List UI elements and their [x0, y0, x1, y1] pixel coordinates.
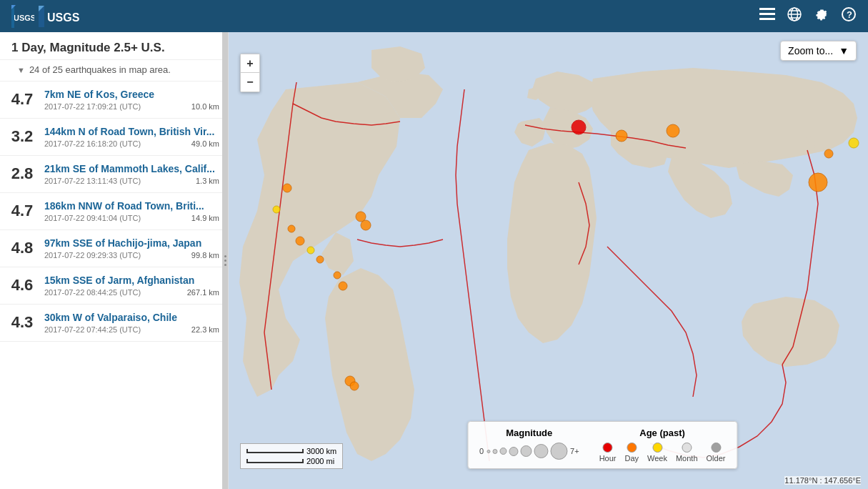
eq-info: 186km NNW of Road Town, Briti... 2017-07… [44, 200, 219, 222]
eq-magnitude: 2.8 [7, 164, 37, 183]
earthquake-item[interactable]: 4.7 186km NNW of Road Town, Briti... 201… [0, 193, 228, 230]
svg-point-30 [350, 382, 359, 390]
globe-icon[interactable] [787, 6, 802, 26]
svg-point-32 [273, 206, 280, 213]
age-label: Day [624, 454, 639, 463]
eq-location: 186km NNW of Road Town, Briti... [44, 200, 219, 212]
eq-location: 30km W of Valparaiso, Chile [44, 312, 219, 323]
earthquake-item[interactable]: 4.7 7km NE of Kos, Greece 2017-07-22 17:… [0, 82, 228, 119]
eq-info: 15km SSE of Jarm, Afghanistan 2017-07-22… [44, 275, 219, 297]
eq-magnitude: 3.2 [7, 127, 37, 146]
zoom-out-button[interactable]: − [241, 73, 259, 92]
svg-point-25 [296, 237, 304, 245]
zoom-dropdown-label: Zoom to... [788, 45, 833, 56]
magnitude-title: Magnitude [506, 428, 552, 438]
map-container[interactable]: + − Zoom to... ▼ 3000 km 2000 mi Magnitu… [229, 32, 868, 489]
eq-depth: 22.3 km [191, 325, 219, 334]
svg-point-23 [667, 124, 679, 137]
list-icon[interactable] [759, 8, 775, 24]
earthquake-item[interactable]: 4.8 97km SSE of Hachijo-jima, Japan 2017… [0, 230, 228, 267]
svg-point-22 [809, 173, 827, 192]
main-layout: 1 Day, Magnitude 2.5+ U.S. ▼ 24 of 25 ea… [0, 32, 868, 489]
age-dot [652, 443, 662, 453]
magnitude-zero: 0 [479, 447, 484, 455]
age-label: Older [707, 454, 726, 463]
eq-info: 30km W of Valparaiso, Chile 2017-07-22 0… [44, 312, 219, 334]
magnitude-circles [487, 443, 567, 460]
mag-circle-4 [509, 447, 518, 456]
eq-details: 2017-07-22 07:44:25 (UTC) 22.3 km [44, 325, 219, 334]
legend-age-item: Week [647, 443, 667, 463]
eq-time: 2017-07-22 13:11:43 (UTC) [44, 177, 141, 185]
age-items: Hour Day Week Month Older [599, 443, 726, 463]
eq-time: 2017-07-22 09:29:33 (UTC) [44, 251, 141, 260]
earthquake-list: 4.7 7km NE of Kos, Greece 2017-07-22 17:… [0, 82, 228, 342]
zoom-controls: + − [240, 54, 260, 92]
svg-text:USGS: USGS [14, 14, 34, 22]
mag-circle-2 [492, 449, 497, 454]
svg-text:?: ? [847, 9, 852, 20]
sidebar: 1 Day, Magnitude 2.5+ U.S. ▼ 24 of 25 ea… [0, 32, 229, 489]
eq-magnitude: 4.3 [7, 313, 37, 332]
magnitude-max: 7+ [570, 447, 579, 455]
age-dot [603, 443, 613, 453]
svg-point-27 [316, 256, 324, 263]
header: USGS USGS ? [0, 0, 868, 32]
eq-magnitude: 4.7 [7, 90, 37, 109]
age-dot [711, 443, 721, 453]
mag-circle-6 [534, 444, 548, 458]
eq-depth: 1.3 km [196, 177, 219, 185]
svg-point-18 [572, 120, 586, 134]
svg-rect-7 [759, 8, 775, 10]
earthquake-item[interactable]: 4.6 15km SSE of Jarm, Afghanistan 2017-0… [0, 267, 228, 305]
legend-magnitude: Magnitude 0 7+ [479, 428, 579, 463]
scale-km-label: 3000 km [306, 447, 336, 455]
age-label: Hour [599, 454, 617, 463]
eq-details: 2017-07-22 13:11:43 (UTC) 1.3 km [44, 177, 219, 185]
subtitle-text: 24 of 25 earthquakes in map area. [29, 64, 171, 75]
eq-magnitude: 4.7 [7, 202, 37, 220]
eq-time: 2017-07-22 07:44:25 (UTC) [44, 325, 141, 334]
eq-depth: 99.8 km [191, 251, 219, 260]
legend: Magnitude 0 7+ Age [467, 421, 737, 469]
resize-handle[interactable] [222, 32, 228, 489]
svg-point-34 [824, 149, 833, 158]
eq-location: 97km SSE of Hachijo-jima, Japan [44, 237, 219, 249]
eq-info: 97km SSE of Hachijo-jima, Japan 2017-07-… [44, 237, 219, 260]
age-label: Week [647, 454, 667, 463]
help-icon[interactable]: ? [841, 6, 857, 26]
legend-age: Age (past) Hour Day Week Month Older [599, 428, 726, 463]
age-dot [627, 443, 637, 453]
svg-point-33 [616, 130, 627, 142]
zoom-dropdown[interactable]: Zoom to... ▼ [780, 41, 857, 61]
svg-rect-8 [759, 13, 775, 15]
eq-time: 2017-07-22 16:18:20 (UTC) [44, 139, 141, 148]
scale-mi-label: 2000 mi [306, 457, 334, 465]
svg-point-35 [849, 138, 859, 148]
eq-location: 144km N of Road Town, British Vir... [44, 126, 219, 137]
age-title: Age (past) [639, 428, 685, 438]
eq-info: 7km NE of Kos, Greece 2017-07-22 17:09:2… [44, 89, 219, 111]
earthquake-item[interactable]: 3.2 144km N of Road Town, British Vir...… [0, 119, 228, 156]
mag-circle-7 [550, 443, 567, 460]
svg-point-21 [356, 212, 366, 222]
usgs-logo-icon: USGS [11, 5, 34, 28]
eq-magnitude: 4.8 [7, 239, 37, 257]
zoom-in-button[interactable]: + [241, 54, 259, 73]
svg-point-29 [339, 282, 347, 290]
eq-details: 2017-07-22 09:29:33 (UTC) 99.8 km [44, 251, 219, 260]
chevron-down-icon: ▼ [839, 45, 849, 56]
earthquake-item[interactable]: 2.8 21km SE of Mammoth Lakes, Calif... 2… [0, 156, 228, 193]
mag-circle-5 [520, 445, 532, 457]
earthquake-item[interactable]: 4.3 30km W of Valparaiso, Chile 2017-07-… [0, 305, 228, 342]
scale-bar: 3000 km 2000 mi [240, 443, 343, 469]
eq-location: 15km SSE of Jarm, Afghanistan [44, 275, 219, 286]
mag-circle-3 [499, 448, 507, 455]
legend-age-item: Hour [599, 443, 617, 463]
svg-point-28 [334, 272, 341, 279]
eq-depth: 267.1 km [187, 288, 219, 297]
eq-details: 2017-07-22 09:41:04 (UTC) 14.9 km [44, 214, 219, 222]
legend-age-item: Month [676, 443, 698, 463]
legend-age-item: Day [624, 443, 639, 463]
gear-icon[interactable] [814, 6, 829, 26]
